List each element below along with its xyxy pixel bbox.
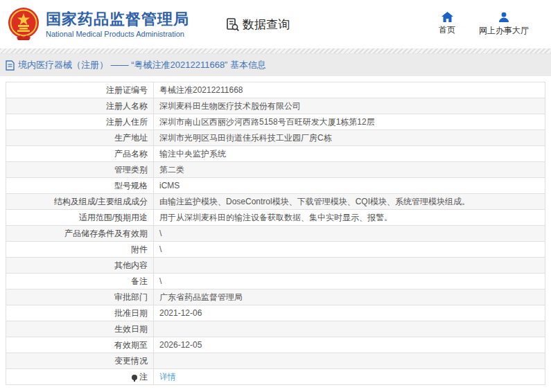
row-value: 广东省药品监督管理局 [154,289,545,305]
breadcrumb-bar: 境内医疗器械（注册） —— “粤械注准20212211668” 基本信息 [0,54,551,76]
org-name-en: National Medical Products Administration [46,30,189,38]
row-label: 批准日期 [6,305,154,321]
site-header: 国家药品监督管理局 National Medical Products Admi… [0,0,551,48]
table-row: 型号规格iCMS [6,178,545,194]
row-value: 2021-12-06 [154,305,545,321]
divider-stripe [0,48,551,54]
table-row: 产品名称输注中央监护系统 [6,146,545,162]
row-value [154,321,545,337]
row-value: \ [154,274,545,289]
row-label: 注册人住所 [6,114,154,130]
row-value: \ [154,226,545,242]
row-value: 深圳市光明区马田街道佳乐科技工业园厂房C栋 [154,130,545,146]
nav-online-hall[interactable]: 网上办事大厅 [479,12,529,37]
row-value: 2026-12-05 [154,337,545,353]
row-value: iCMS [154,178,545,194]
row-value: 由输注监护模块、DoseControl模块、下载管理模块、CQI模块、系统管理模… [154,194,545,210]
nav-home-label: 首页 [439,24,455,36]
table-row: 结构及组成/主要组成成分由输注监护模块、DoseControl模块、下载管理模块… [6,194,545,210]
document-icon [6,60,15,71]
row-label: 注 [6,369,154,385]
home-icon [441,12,453,22]
row-value: 深圳麦科田生物医疗技术股份有限公司 [154,98,545,114]
note-icon [132,375,137,380]
user-icon [498,12,509,23]
nav-data-query[interactable]: 数据查询 [225,17,290,33]
table-row: 备注\ [6,274,545,289]
nav-data-query-label: 数据查询 [243,17,290,33]
table-row: 注详情 [6,369,545,385]
table-row: 注册证编号粤械注准20212211668 [6,82,545,98]
row-label: 生产地址 [6,130,154,146]
row-value: \ [154,242,545,258]
row-label: 附件 [6,242,154,258]
table-row: 有效期至2026-12-05 [6,337,545,353]
row-value: 输注中央监护系统 [154,146,545,162]
row-label: 管理类别 [6,162,154,178]
row-label: 结构及组成/主要组成成分 [6,194,154,210]
national-emblem-icon [7,7,40,42]
org-name-cn: 国家药品监督管理局 [46,10,189,28]
row-label: 注册证编号 [6,82,154,98]
info-table: 注册证编号粤械注准20212211668注册人名称深圳麦科田生物医疗技术股份有限… [6,82,545,385]
table-row: 批准日期2021-12-06 [6,305,545,321]
table-row: 适用范围/预期用途用于从深圳麦科田的输注设备获取数据、集中实时显示、报警。 [6,210,545,226]
table-row: 产品储存条件及有效期\ [6,226,545,242]
table-row: 其他内容 [6,258,545,274]
table-row: 附件\ [6,242,545,258]
row-label: 产品储存条件及有效期 [6,226,154,242]
row-label: 注册人名称 [6,98,154,114]
row-label: 产品名称 [6,146,154,162]
row-label: 生效日期 [6,321,154,337]
row-value [154,258,545,274]
row-value: 粤械注准20212211668 [154,82,545,98]
brand-text: 国家药品监督管理局 National Medical Products Admi… [46,10,189,37]
row-label: 变更情况 [6,353,154,369]
row-label: 备注 [6,274,154,289]
row-value: 第二类 [154,162,545,178]
row-value: 深圳市南山区西丽沙河西路5158号百旺研发大厦1栋第12层 [154,114,545,130]
detail-link[interactable]: 详情 [159,372,176,382]
row-label: 有效期至 [6,337,154,353]
row-value: 用于从深圳麦科田的输注设备获取数据、集中实时显示、报警。 [154,210,545,226]
table-row: 生产地址深圳市光明区马田街道佳乐科技工业园厂房C栋 [6,130,545,146]
table-row: 注册人住所深圳市南山区西丽沙河西路5158号百旺研发大厦1栋第12层 [6,114,545,130]
row-label: 其他内容 [6,258,154,274]
nav-online-hall-label: 网上办事大厅 [479,25,529,37]
table-row: 管理类别第二类 [6,162,545,178]
data-query-icon [225,17,240,32]
row-label: 适用范围/预期用途 [6,210,154,226]
nav-home[interactable]: 首页 [439,12,455,37]
table-row: 注册人名称深圳麦科田生物医疗技术股份有限公司 [6,98,545,114]
row-value: 详情 [154,369,545,385]
table-row: 变更情况 [6,353,545,369]
header-right: 首页 网上办事大厅 [439,12,529,37]
row-label: 审批部门 [6,289,154,305]
breadcrumb: 境内医疗器械（注册） —— “粤械注准20212211668” 基本信息 [18,59,266,71]
table-row: 审批部门广东省药品监督管理局 [6,289,545,305]
row-value [154,353,545,369]
brand: 国家药品监督管理局 National Medical Products Admi… [7,7,189,42]
table-row: 生效日期 [6,321,545,337]
info-table-body: 注册证编号粤械注准20212211668注册人名称深圳麦科田生物医疗技术股份有限… [6,82,545,385]
row-label: 型号规格 [6,178,154,194]
